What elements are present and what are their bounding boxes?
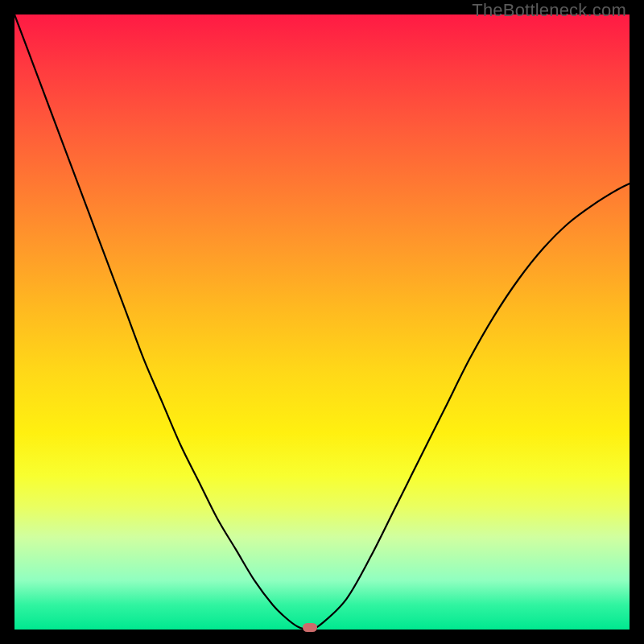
watermark-text: TheBottleneck.com bbox=[472, 0, 626, 21]
minimum-marker bbox=[303, 623, 317, 632]
chart-container: TheBottleneck.com bbox=[0, 0, 644, 644]
plot-area bbox=[14, 14, 630, 630]
curve-layer bbox=[14, 14, 630, 630]
bottleneck-curve-path bbox=[14, 14, 630, 630]
